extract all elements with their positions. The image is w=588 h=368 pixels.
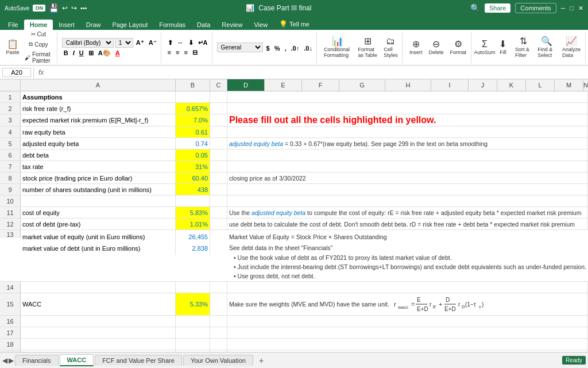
- search-icon[interactable]: 🔍: [470, 3, 480, 13]
- sheet-tab-your-valuation[interactable]: Your Own Valuation: [183, 355, 253, 366]
- align-right-button[interactable]: ≡: [182, 48, 189, 56]
- cell-b10[interactable]: [176, 195, 210, 206]
- cell-a15[interactable]: WACC: [21, 293, 176, 315]
- tab-tell-me[interactable]: 💡Tell me: [273, 18, 315, 30]
- cell-b9[interactable]: 438: [176, 184, 210, 195]
- cell-a9[interactable]: number of shares outstanding (unit in mi…: [21, 184, 176, 195]
- cell-c1[interactable]: [210, 91, 227, 102]
- col-header-j[interactable]: J: [469, 79, 497, 91]
- increase-decimal-button[interactable]: .0↑: [289, 44, 301, 52]
- cell-c13[interactable]: [210, 230, 227, 231]
- col-header-m[interactable]: M: [555, 79, 583, 91]
- cell-c10[interactable]: [210, 195, 227, 206]
- cell-c16[interactable]: [210, 316, 227, 327]
- comments-button[interactable]: Comments: [515, 3, 556, 13]
- cell-a8[interactable]: stock price (trading price in Euro dolla…: [21, 172, 176, 183]
- copy-button[interactable]: ⧉Copy: [22, 40, 55, 49]
- cell-c11[interactable]: [210, 207, 227, 218]
- cell-c4[interactable]: [210, 126, 227, 137]
- format-as-table-button[interactable]: ⊞ Format as Table: [356, 36, 381, 59]
- cell-a3[interactable]: expected market risk premium (E[R_Mkt]-r…: [21, 114, 176, 126]
- font-family-select[interactable]: Calibri (Body): [62, 38, 114, 48]
- number-format-select[interactable]: General: [217, 43, 263, 52]
- sheet-tab-financials[interactable]: Financials: [15, 355, 59, 366]
- tab-draw[interactable]: Draw: [80, 20, 107, 30]
- col-header-e[interactable]: E: [265, 79, 302, 91]
- cut-button[interactable]: ✂Cut: [22, 30, 55, 39]
- scroll-sheets-left-button[interactable]: ◀: [2, 356, 7, 365]
- redo-icon[interactable]: ↪: [71, 4, 77, 12]
- cell-b15[interactable]: 5.33%: [176, 293, 210, 315]
- cell-b12[interactable]: 1.01%: [176, 218, 210, 229]
- align-center-button[interactable]: ≡: [174, 48, 181, 56]
- col-header-d[interactable]: D: [227, 79, 265, 91]
- align-left-button[interactable]: ≡: [166, 48, 173, 56]
- cell-a13[interactable]: market value of equity (unit in Euro mil…: [21, 230, 176, 255]
- col-header-n[interactable]: N: [583, 79, 588, 91]
- underline-button[interactable]: U: [78, 49, 86, 57]
- autosave-toggle[interactable]: ON: [33, 5, 45, 12]
- sheet-tab-fcf[interactable]: FCF and Value Per Share: [95, 355, 182, 366]
- col-header-a[interactable]: A: [21, 79, 176, 91]
- share-button[interactable]: Share: [485, 3, 510, 13]
- cell-a4[interactable]: raw equity beta: [21, 126, 176, 137]
- cell-a19[interactable]: [21, 350, 176, 352]
- cell-c14[interactable]: [210, 282, 227, 293]
- autosum-button[interactable]: Σ AutoSum: [476, 39, 493, 56]
- cell-c9[interactable]: [210, 184, 227, 195]
- decrease-font-button[interactable]: A⁻: [147, 39, 158, 47]
- tab-home[interactable]: Home: [24, 20, 53, 30]
- font-color-button[interactable]: A: [114, 49, 122, 57]
- cell-a11[interactable]: cost of equity: [21, 207, 176, 218]
- find-select-button[interactable]: 🔍 Find & Select: [535, 36, 558, 59]
- cell-b1[interactable]: [176, 91, 210, 102]
- cell-c18[interactable]: [210, 339, 227, 350]
- col-header-f[interactable]: F: [302, 79, 339, 91]
- cell-b18[interactable]: [176, 339, 210, 350]
- insert-cells-button[interactable]: ⊕ Insert: [407, 39, 425, 56]
- cell-a16[interactable]: [21, 316, 176, 327]
- cell-reference-input[interactable]: [2, 68, 31, 77]
- cell-b3[interactable]: 7.0%: [176, 114, 210, 126]
- conditional-formatting-button[interactable]: 📊 Conditional Formatting: [322, 36, 354, 59]
- cell-a10[interactable]: [21, 195, 176, 206]
- bold-button[interactable]: B: [62, 49, 70, 57]
- align-bottom-button[interactable]: ⬇: [187, 39, 195, 47]
- col-header-b[interactable]: B: [176, 79, 210, 91]
- cell-a14[interactable]: [21, 282, 176, 293]
- minimize-icon[interactable]: ─: [561, 5, 566, 12]
- tab-file[interactable]: File: [2, 20, 24, 30]
- cell-a6[interactable]: debt beta: [21, 150, 176, 160]
- cell-c6[interactable]: [210, 150, 227, 160]
- cell-a7[interactable]: tax rate: [21, 161, 176, 172]
- cell-a17[interactable]: [21, 327, 176, 338]
- cell-a12[interactable]: cost of debt (pre-tax): [21, 218, 176, 229]
- more-icon[interactable]: •••: [80, 5, 87, 12]
- close-icon[interactable]: ✕: [578, 5, 583, 12]
- comma-button[interactable]: ,: [283, 44, 288, 52]
- currency-button[interactable]: $: [265, 44, 272, 52]
- cell-c7[interactable]: [210, 161, 227, 172]
- save-icon[interactable]: 💾: [49, 3, 59, 13]
- sheet-tab-wacc[interactable]: WACC: [60, 354, 94, 366]
- cell-b4[interactable]: 0.61: [176, 126, 210, 137]
- maximize-icon[interactable]: □: [570, 5, 574, 12]
- cell-c3[interactable]: [210, 114, 227, 126]
- fill-button[interactable]: ⬇ Fill: [495, 39, 511, 56]
- percent-button[interactable]: %: [273, 44, 282, 52]
- cell-c19[interactable]: [210, 350, 227, 352]
- col-header-k[interactable]: K: [497, 79, 526, 91]
- increase-font-button[interactable]: A⁺: [134, 39, 146, 47]
- cell-c12[interactable]: [210, 218, 227, 229]
- format-cells-button[interactable]: ⚙ Format: [447, 39, 469, 56]
- delete-cells-button[interactable]: ⊖ Delete: [426, 39, 446, 56]
- col-header-l[interactable]: L: [526, 79, 555, 91]
- cell-b19[interactable]: [176, 350, 210, 352]
- cell-a2[interactable]: risk free rate (r_f): [21, 103, 176, 114]
- tab-insert[interactable]: Insert: [53, 20, 80, 30]
- tab-view[interactable]: View: [248, 20, 273, 30]
- wrap-text-button[interactable]: ↵A: [196, 39, 210, 47]
- border-button[interactable]: ⊞: [87, 49, 95, 57]
- cell-b6[interactable]: 0.05: [176, 150, 210, 160]
- cell-b8[interactable]: 60.40: [176, 172, 210, 183]
